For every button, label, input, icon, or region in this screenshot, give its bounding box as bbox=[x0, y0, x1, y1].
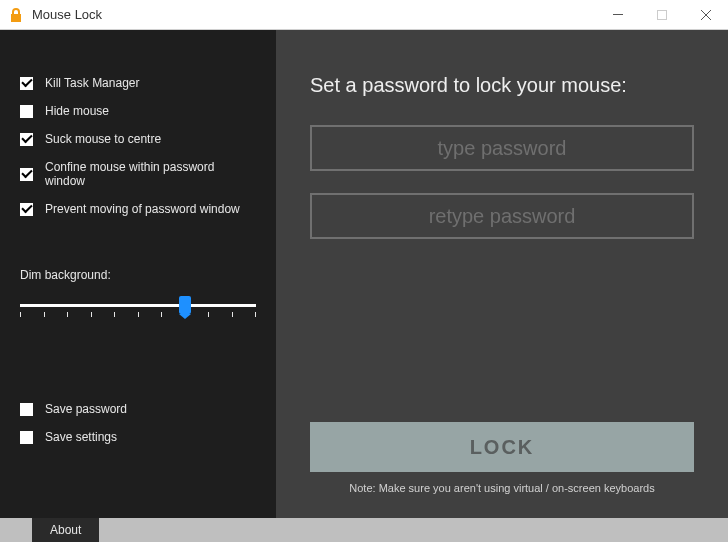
option-row: Kill Task Manager bbox=[20, 76, 256, 90]
option-label: Suck mouse to centre bbox=[45, 132, 161, 146]
option-row: Hide mouse bbox=[20, 104, 256, 118]
window-title: Mouse Lock bbox=[32, 7, 102, 22]
svg-rect-1 bbox=[658, 10, 667, 19]
option-checkbox[interactable] bbox=[20, 105, 33, 118]
password-confirm-input[interactable] bbox=[310, 193, 694, 239]
slider-track bbox=[20, 304, 256, 307]
option-row: Suck mouse to centre bbox=[20, 132, 256, 146]
main-heading: Set a password to lock your mouse: bbox=[310, 74, 694, 97]
close-button[interactable] bbox=[684, 0, 728, 30]
option-row: Confine mouse within password window bbox=[20, 160, 256, 188]
option-checkbox[interactable] bbox=[20, 77, 33, 90]
option-checkbox[interactable] bbox=[20, 133, 33, 146]
save-option-label: Save password bbox=[45, 402, 127, 416]
save-option-label: Save settings bbox=[45, 430, 117, 444]
dim-background-label: Dim background: bbox=[20, 268, 256, 282]
slider-thumb[interactable] bbox=[179, 296, 191, 314]
lock-icon bbox=[8, 7, 24, 23]
save-option-row: Save settings bbox=[20, 430, 256, 444]
option-label: Prevent moving of password window bbox=[45, 202, 240, 216]
about-button[interactable]: About bbox=[32, 518, 99, 542]
statusbar: About bbox=[0, 518, 728, 542]
keyboard-note: Note: Make sure you aren't using virtual… bbox=[310, 482, 694, 494]
option-label: Hide mouse bbox=[45, 104, 109, 118]
sidebar: Kill Task ManagerHide mouseSuck mouse to… bbox=[0, 30, 276, 518]
option-checkbox[interactable] bbox=[20, 168, 33, 181]
option-row: Prevent moving of password window bbox=[20, 202, 256, 216]
save-option-checkbox[interactable] bbox=[20, 403, 33, 416]
option-label: Kill Task Manager bbox=[45, 76, 140, 90]
client-area: Kill Task ManagerHide mouseSuck mouse to… bbox=[0, 30, 728, 518]
window-controls bbox=[596, 0, 728, 30]
svg-rect-0 bbox=[613, 14, 623, 15]
password-input[interactable] bbox=[310, 125, 694, 171]
lock-button[interactable]: LOCK bbox=[310, 422, 694, 472]
minimize-button[interactable] bbox=[596, 0, 640, 30]
slider-ticks bbox=[20, 312, 256, 317]
maximize-button bbox=[640, 0, 684, 30]
option-label: Confine mouse within password window bbox=[45, 160, 256, 188]
titlebar: Mouse Lock bbox=[0, 0, 728, 30]
main-panel: Set a password to lock your mouse: LOCK … bbox=[276, 30, 728, 518]
dim-background-slider[interactable] bbox=[20, 298, 256, 328]
save-option-checkbox[interactable] bbox=[20, 431, 33, 444]
save-option-row: Save password bbox=[20, 402, 256, 416]
option-checkbox[interactable] bbox=[20, 203, 33, 216]
